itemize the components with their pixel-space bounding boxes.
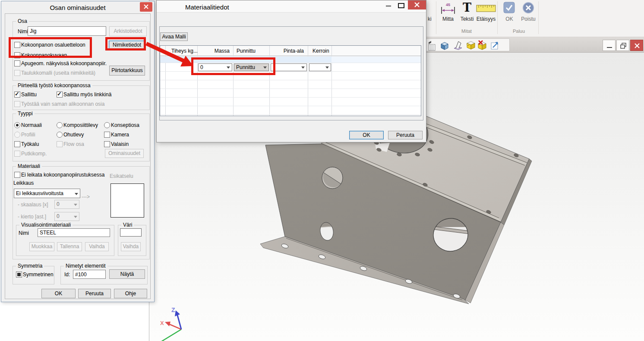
dialog-close-button[interactable] xyxy=(140,2,152,12)
sheet-bend-icon[interactable] xyxy=(452,40,464,51)
muokkaa-button[interactable]: Muokkaa xyxy=(29,242,54,251)
child-restore-button[interactable] xyxy=(616,40,629,51)
restore-icon xyxy=(617,40,630,51)
dialog-titlebar[interactable]: Materiaalitiedot xyxy=(157,0,426,13)
box-delete-icon[interactable] xyxy=(477,40,488,51)
radio-ohutlevy[interactable] xyxy=(57,132,63,138)
child-close-button[interactable] xyxy=(630,40,643,51)
dropdown-chevron-icon xyxy=(75,193,78,195)
checkbox-ei-leikata[interactable] xyxy=(14,172,20,178)
checkbox-putkikomp[interactable] xyxy=(14,151,20,157)
radio-normaali[interactable] xyxy=(14,122,20,128)
etaisyys-button[interactable]: Etäisyys xyxy=(475,1,497,23)
checkbox-sallittu[interactable] xyxy=(14,92,20,98)
ribbon-separator xyxy=(538,1,539,34)
part-icon[interactable] xyxy=(439,40,451,51)
ribbon-separator xyxy=(436,1,436,34)
close-icon xyxy=(631,40,644,51)
ribbon-partial-button-label[interactable]: ki xyxy=(428,16,432,22)
ok-button[interactable]: OK xyxy=(349,131,384,139)
dialog-minimize-button[interactable] xyxy=(383,0,394,11)
peruuta-button[interactable]: Peruuta xyxy=(78,289,111,298)
document-list-icon[interactable] xyxy=(427,39,437,51)
id-field[interactable] xyxy=(73,270,106,279)
ribbon-poistu-button[interactable]: Poistu xyxy=(519,1,538,23)
kerroin-select[interactable] xyxy=(309,63,331,71)
ok-check-icon xyxy=(503,2,515,13)
annotation-box-dropdowns xyxy=(191,57,275,75)
child-window-titlebar xyxy=(426,37,644,53)
axis-triad-icon: X Z xyxy=(160,306,181,341)
ominaisuudet-button[interactable]: Ominaisuudet xyxy=(105,149,144,158)
ribbon: ki 45 Mitta T Teksti Etäisyys Mit xyxy=(426,0,644,37)
mitta-button[interactable]: 45 Mitta xyxy=(439,1,458,23)
dialog-title: Osan ominaisuudet xyxy=(1,4,154,11)
checkbox-tyosta-alikoonta[interactable] xyxy=(14,101,20,107)
column-header-punnittu[interactable]: Punnittu xyxy=(237,48,256,54)
dialog-close-button[interactable] xyxy=(408,0,426,9)
ribbon-ok-button[interactable]: OK xyxy=(503,1,515,23)
vari-vaihda-button[interactable]: Vaihda xyxy=(121,242,141,251)
ohje-button[interactable]: Ohje xyxy=(114,289,147,298)
column-header-massa[interactable]: Massa xyxy=(197,48,230,54)
material-table: Tiheys kg... Massa Punnittu Pinta-ala Ke… xyxy=(160,45,421,116)
checkbox-taulukkomalli[interactable] xyxy=(14,70,20,76)
teksti-button[interactable]: T Teksti xyxy=(458,1,477,23)
axis-z-label: Z xyxy=(171,306,175,313)
close-icon xyxy=(140,2,152,12)
pinta-ala-select[interactable] xyxy=(271,63,307,71)
tallenna-button[interactable]: Tallenna xyxy=(57,242,82,251)
preview-box xyxy=(110,183,144,218)
checkbox-valaisin[interactable] xyxy=(104,141,110,147)
svg-text:45: 45 xyxy=(446,3,450,7)
kierto-select[interactable]: 0 xyxy=(54,212,79,221)
maximize-icon xyxy=(396,0,407,11)
ribbon-separator xyxy=(497,1,498,34)
box-icon[interactable] xyxy=(465,40,477,51)
minimize-icon xyxy=(603,40,616,51)
ribbon-group-paluu: Paluu xyxy=(509,28,528,34)
view-export-icon[interactable] xyxy=(489,40,501,51)
column-header-tiheys[interactable]: Tiheys kg... xyxy=(171,48,198,54)
dropdown-chevron-icon xyxy=(301,66,305,69)
vari-swatch[interactable] xyxy=(120,228,142,237)
checkbox-flow-osa[interactable] xyxy=(57,141,63,147)
checkbox-tyokalu[interactable] xyxy=(14,141,20,147)
arkistotiedot-button[interactable]: Arkistotiedot xyxy=(109,26,147,36)
visualisointi-nimi-field[interactable] xyxy=(38,228,110,237)
skaalaus-select[interactable]: 0 xyxy=(54,200,79,209)
table-row-selected-tail xyxy=(331,57,421,63)
text-icon: T xyxy=(463,1,471,14)
ok-button[interactable]: OK xyxy=(41,289,76,298)
checkbox-apugeom[interactable] xyxy=(14,60,20,66)
minimize-icon xyxy=(383,0,394,11)
axis-x-label: X xyxy=(160,320,164,326)
dimension-icon: 45 xyxy=(440,2,456,15)
ribbon-group-mitat: Mitat xyxy=(457,28,477,34)
nimi-field[interactable] xyxy=(28,26,106,36)
peruuta-button[interactable]: Peruuta xyxy=(388,131,423,139)
exit-icon xyxy=(522,2,534,14)
model-countersunk-hole xyxy=(322,167,343,189)
dialog-title: Materiaalitiedot xyxy=(185,3,229,11)
dropdown-chevron-icon xyxy=(74,216,77,218)
child-toolbar xyxy=(426,38,510,51)
radio-profiili[interactable] xyxy=(14,132,20,138)
vaihda-button[interactable]: Vaihda xyxy=(85,242,109,251)
table-header: Tiheys kg... Massa Punnittu Pinta-ala Ke… xyxy=(160,46,421,56)
checkbox-symmetrinen[interactable] xyxy=(16,272,22,278)
annotation-box-nimiketiedot xyxy=(105,37,146,51)
radio-komposiittilevy[interactable] xyxy=(57,122,63,128)
checkbox-kamera[interactable] xyxy=(104,132,110,138)
child-minimize-button[interactable] xyxy=(603,40,616,51)
column-header-pinta-ala[interactable]: Pinta-ala xyxy=(269,48,304,54)
leikkaus-select[interactable]: Ei leikkausviivoitusta xyxy=(14,189,80,198)
piirtotarkkuus-button[interactable]: Piirtotarkkuus xyxy=(109,66,145,76)
close-icon xyxy=(408,0,426,9)
checkbox-sallittu-linkkina[interactable] xyxy=(57,92,63,98)
nimi-label: Nimi xyxy=(18,28,28,35)
nayta-button[interactable]: Näytä xyxy=(109,269,145,279)
column-header-kerroin[interactable]: Kerroin xyxy=(313,48,329,54)
radio-konseptiosa[interactable] xyxy=(104,122,110,128)
dialog-maximize-button[interactable] xyxy=(396,0,407,11)
